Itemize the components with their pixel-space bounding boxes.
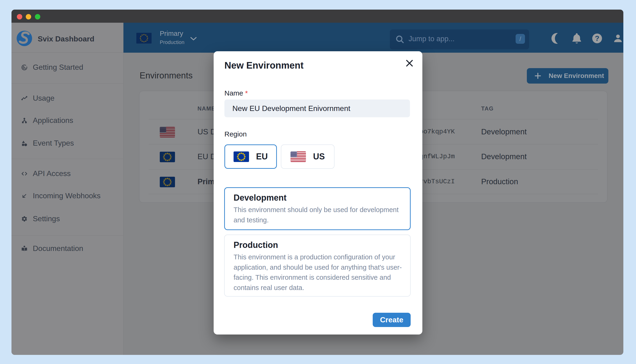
svg-text:?: ?: [595, 34, 599, 42]
